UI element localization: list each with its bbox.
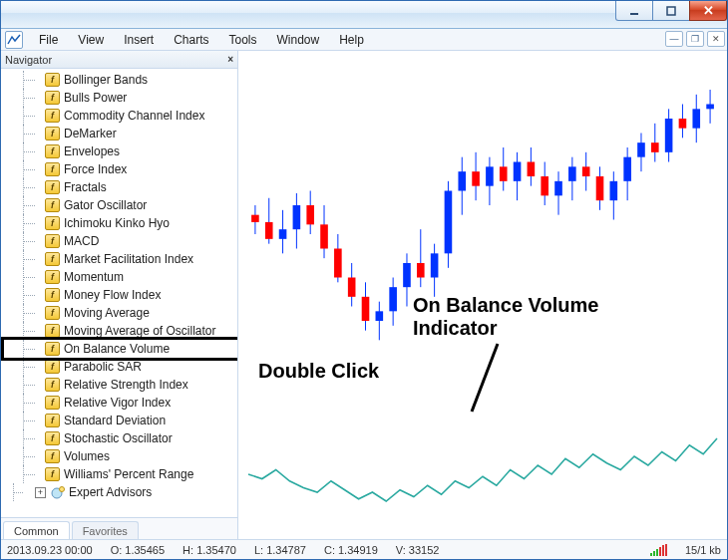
- indicator-item[interactable]: fMoney Flow Index: [1, 286, 237, 304]
- connection-bars-icon: [650, 544, 667, 556]
- indicator-item[interactable]: fIchimoku Kinko Hyo: [1, 214, 237, 232]
- navigator-tabs: Common Favorites: [1, 517, 237, 539]
- indicator-item[interactable]: fMarket Facilitation Index: [1, 250, 237, 268]
- mdi-restore-button[interactable]: ❐: [686, 31, 704, 47]
- indicator-label: Gator Oscillator: [64, 198, 147, 212]
- tab-common[interactable]: Common: [3, 521, 70, 539]
- menu-insert[interactable]: Insert: [114, 31, 164, 49]
- mdi-minimize-button[interactable]: —: [665, 31, 683, 47]
- navigator-close-button[interactable]: ×: [227, 54, 233, 65]
- indicator-item[interactable]: fRelative Strength Index: [1, 376, 237, 394]
- indicator-item[interactable]: fRelative Vigor Index: [1, 394, 237, 412]
- indicator-label: Commodity Channel Index: [64, 109, 204, 123]
- svg-rect-5: [251, 215, 259, 222]
- chart-pane[interactable]: Double Click On Balance Volume Indicator: [238, 51, 727, 539]
- svg-rect-13: [306, 205, 314, 224]
- indicator-label: Fractals: [64, 180, 107, 194]
- svg-rect-53: [582, 166, 590, 176]
- indicator-icon: f: [45, 252, 60, 266]
- indicator-icon: f: [45, 342, 60, 356]
- svg-rect-69: [692, 109, 700, 128]
- indicator-icon: f: [45, 449, 60, 463]
- indicator-item[interactable]: fBulls Power: [1, 89, 237, 107]
- indicator-icon: f: [45, 324, 60, 338]
- navigator-tree-scroll[interactable]: fBollinger BandsfBulls PowerfCommodity C…: [1, 69, 237, 517]
- indicator-item[interactable]: fCommodity Channel Index: [1, 107, 237, 125]
- indicator-icon: f: [45, 378, 60, 392]
- status-close: C: 1.34919: [324, 544, 378, 556]
- annotation-arrow: [468, 342, 528, 421]
- svg-rect-55: [596, 176, 604, 200]
- window-minimize-button[interactable]: [615, 1, 653, 21]
- indicator-item[interactable]: fWilliams' Percent Range: [1, 465, 237, 483]
- indicator-item[interactable]: fOn Balance Volume: [1, 340, 237, 358]
- tab-favorites[interactable]: Favorites: [72, 521, 139, 539]
- tree-node-expert-advisors[interactable]: + Expert Advisors: [1, 483, 237, 501]
- indicator-item[interactable]: fBollinger Bands: [1, 71, 237, 89]
- status-open: O: 1.35465: [111, 544, 165, 556]
- svg-rect-49: [554, 181, 562, 196]
- annotation-double-click: Double Click: [258, 360, 379, 383]
- menubar: FileViewInsertChartsToolsWindowHelp — ❐ …: [1, 29, 727, 51]
- expand-icon[interactable]: +: [35, 487, 46, 498]
- svg-rect-61: [637, 142, 645, 157]
- indicator-item[interactable]: fMoving Average of Oscillator: [1, 322, 237, 340]
- indicator-label: Bollinger Bands: [64, 73, 148, 87]
- indicator-item[interactable]: fDeMarker: [1, 125, 237, 142]
- indicator-label: Force Index: [64, 162, 127, 176]
- menu-charts[interactable]: Charts: [164, 31, 218, 49]
- menu-file[interactable]: File: [29, 31, 68, 49]
- close-icon: ✕: [703, 3, 714, 18]
- indicator-label: MACD: [64, 234, 99, 248]
- menu-tools[interactable]: Tools: [219, 31, 267, 49]
- svg-rect-17: [334, 249, 342, 278]
- indicator-icon: f: [45, 91, 60, 105]
- expert-advisors-icon: [50, 485, 65, 499]
- indicator-item[interactable]: fFractals: [1, 178, 237, 196]
- status-low: L: 1.34787: [254, 544, 306, 556]
- svg-rect-9: [279, 229, 287, 239]
- svg-point-3: [60, 487, 65, 492]
- status-network: 15/1 kb: [685, 544, 721, 556]
- svg-rect-25: [389, 287, 397, 311]
- mdi-close-button[interactable]: ✕: [707, 31, 725, 47]
- indicator-icon: f: [45, 306, 60, 320]
- indicator-label: Williams' Percent Range: [64, 467, 193, 481]
- menu-help[interactable]: Help: [329, 31, 374, 49]
- indicator-icon: f: [45, 162, 60, 176]
- indicator-icon: f: [45, 73, 60, 87]
- window-maximize-button[interactable]: [652, 1, 690, 21]
- indicator-item[interactable]: fEnvelopes: [1, 142, 237, 160]
- workarea: Navigator × fBollinger BandsfBulls Power…: [1, 51, 727, 539]
- indicator-item[interactable]: fVolumes: [1, 447, 237, 465]
- status-datetime: 2013.09.23 00:00: [7, 544, 93, 556]
- menu-window[interactable]: Window: [267, 31, 330, 49]
- menu-view[interactable]: View: [68, 31, 114, 49]
- svg-rect-45: [528, 162, 536, 177]
- indicator-icon: f: [45, 180, 60, 194]
- maximize-icon: [666, 6, 676, 16]
- indicator-item[interactable]: fGator Oscillator: [1, 196, 237, 214]
- indicator-item[interactable]: fParabolic SAR: [1, 358, 237, 376]
- indicator-icon: f: [45, 234, 60, 248]
- indicator-item[interactable]: fMoving Average: [1, 304, 237, 322]
- svg-rect-41: [500, 166, 508, 181]
- svg-rect-15: [320, 224, 328, 248]
- indicator-label: Volumes: [64, 449, 110, 463]
- svg-rect-65: [665, 119, 673, 152]
- navigator-header: Navigator ×: [1, 51, 237, 69]
- indicator-label: Relative Vigor Index: [64, 396, 171, 410]
- indicator-label: On Balance Volume: [64, 342, 170, 356]
- indicator-label: Market Facilitation Index: [64, 252, 193, 266]
- indicator-item[interactable]: fStandard Deviation: [1, 412, 237, 429]
- window-close-button[interactable]: ✕: [689, 1, 727, 21]
- expert-advisors-label: Expert Advisors: [69, 485, 152, 499]
- indicator-item[interactable]: fStochastic Oscillator: [1, 429, 237, 447]
- svg-rect-63: [651, 142, 659, 152]
- svg-rect-67: [679, 119, 687, 129]
- indicator-item[interactable]: fMomentum: [1, 268, 237, 286]
- svg-rect-47: [541, 176, 548, 195]
- svg-rect-33: [445, 191, 453, 254]
- indicator-item[interactable]: fMACD: [1, 232, 237, 250]
- indicator-item[interactable]: fForce Index: [1, 160, 237, 178]
